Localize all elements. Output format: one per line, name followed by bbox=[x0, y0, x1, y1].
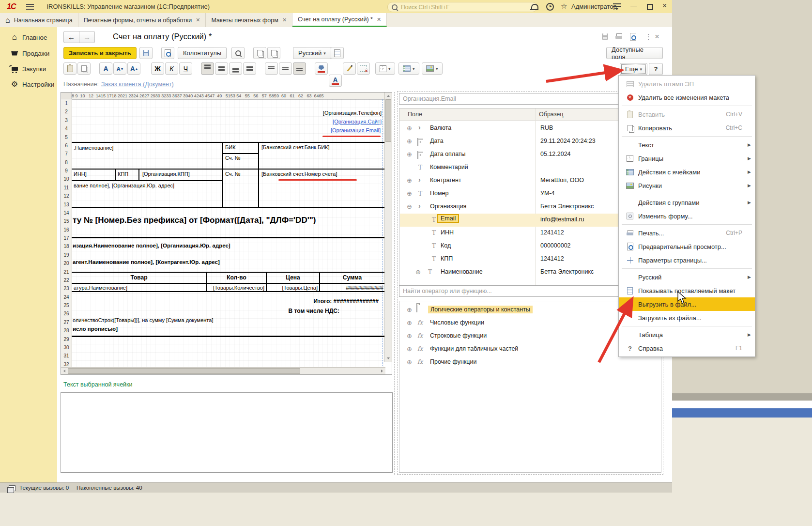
menu-item-text[interactable]: Текст ▶ bbox=[619, 138, 755, 152]
collapse-icon[interactable]: ⊖ bbox=[407, 203, 412, 211]
menu-item-borders[interactable]: Границы ▶ bbox=[619, 152, 755, 165]
expand-icon[interactable]: ⊕ bbox=[407, 358, 412, 366]
save-icon[interactable] bbox=[602, 33, 608, 40]
th-product[interactable]: Товар bbox=[72, 274, 206, 281]
tab-close-icon[interactable]: ✕ bbox=[377, 16, 381, 23]
sheet-cell-account-label1[interactable]: Сч. № bbox=[225, 155, 240, 161]
available-fields-button[interactable]: Доступные поля bbox=[606, 47, 663, 59]
sheet-cell-bank-name[interactable]: .Наименование] bbox=[74, 145, 113, 151]
row-product[interactable]: атура.Наименование] bbox=[74, 285, 127, 291]
sheet-cell-bik-value[interactable]: [Банковский счет.Банк.БИК] bbox=[261, 144, 330, 150]
tab-layouts[interactable]: Макеты печатных форм ✕ bbox=[206, 13, 292, 27]
expand-icon[interactable]: ⊕ bbox=[407, 332, 412, 340]
row-qty[interactable]: [Товары.Количество] bbox=[207, 285, 264, 291]
sheet-cell-email[interactable]: [Организация.Email] bbox=[331, 127, 381, 133]
expand-icon[interactable]: ⊕ bbox=[407, 124, 412, 132]
valign-top-button[interactable] bbox=[265, 62, 278, 75]
horizontal-scrollbar[interactable] bbox=[61, 367, 385, 374]
minimize-button[interactable]: — bbox=[630, 2, 637, 9]
service-menu-icon[interactable] bbox=[613, 3, 621, 7]
menu-item-preview[interactable]: Предварительный просмотр... bbox=[619, 240, 755, 253]
copy-button[interactable] bbox=[77, 62, 91, 75]
menu-item-language[interactable]: Русский ▶ bbox=[619, 270, 755, 284]
copy-format-button[interactable] bbox=[253, 47, 266, 59]
paste-format-button[interactable] bbox=[267, 47, 280, 59]
hscroll-thumb[interactable] bbox=[68, 368, 300, 374]
sheet-cell-phone[interactable]: [Организация.Телефон] bbox=[323, 110, 382, 116]
selected-cell-text-area[interactable] bbox=[61, 392, 393, 473]
font-color-button[interactable]: A bbox=[329, 75, 342, 87]
row-headers[interactable]: 1 2 3 4 5 6 7 8 9 10 11 12 13 14 15 16 1… bbox=[61, 99, 72, 369]
th-sum[interactable]: Сумма bbox=[320, 274, 384, 281]
kebab-menu-icon[interactable]: ⋮ bbox=[645, 32, 652, 41]
tab-invoice-active[interactable]: Счет на оплату (Русский) * ✕ bbox=[292, 13, 387, 27]
justify-button[interactable] bbox=[243, 62, 256, 75]
sheet-cell-org-fullname[interactable]: вание полное], [Организация.Юр. адрес] bbox=[74, 183, 174, 188]
favorites-star-icon[interactable]: ☆ bbox=[561, 2, 567, 11]
save-and-close-button[interactable]: Записать и закрыть bbox=[63, 47, 137, 59]
close-document-icon[interactable]: × bbox=[655, 32, 659, 42]
assignment-link[interactable]: Заказ клиента (Документ) bbox=[101, 81, 174, 88]
menu-item-show-supplied-layout[interactable]: Показывать поставляемый макет bbox=[619, 284, 755, 297]
page-view-button[interactable] bbox=[331, 47, 344, 59]
picture-dropdown[interactable]: ▾ bbox=[422, 62, 443, 75]
italic-button[interactable]: К bbox=[165, 62, 178, 75]
sheet-cell-kpp-value[interactable]: [Организация.КПП] bbox=[142, 171, 190, 177]
vertical-scrollbar[interactable] bbox=[384, 93, 392, 362]
sheet-cell-site[interactable]: [Организация.Сайт] bbox=[333, 119, 382, 124]
sidebar-item-sales[interactable]: Продажи bbox=[0, 47, 57, 60]
font-button[interactable]: А bbox=[99, 62, 112, 75]
tab-home[interactable]: ⌂ Начальная страница bbox=[0, 13, 78, 27]
th-qty[interactable]: Кол-во bbox=[207, 274, 266, 281]
sidebar-item-purchases[interactable]: Закупки bbox=[0, 62, 57, 75]
preview-icon[interactable] bbox=[630, 33, 636, 41]
expand-icon[interactable]: ⊕ bbox=[407, 190, 412, 198]
row-sum[interactable]: ############### bbox=[320, 285, 383, 291]
expand-icon[interactable]: ⊕ bbox=[407, 138, 412, 145]
menu-item-help[interactable]: ? Справка F1 bbox=[619, 341, 755, 355]
align-left-button[interactable] bbox=[201, 62, 214, 75]
cells-dropdown[interactable]: ▾ bbox=[398, 62, 419, 75]
expand-icon[interactable]: ⊕ bbox=[415, 268, 421, 276]
print-icon[interactable] bbox=[615, 33, 622, 40]
menu-item-print[interactable]: Печать... Ctrl+P bbox=[619, 226, 755, 240]
paste-button[interactable] bbox=[63, 62, 77, 75]
notifications-bell-icon[interactable] bbox=[531, 4, 538, 9]
font-smaller-button[interactable]: А▾ bbox=[113, 62, 126, 75]
expand-icon[interactable]: ⊕ bbox=[407, 319, 412, 327]
sheet-cell-total[interactable]: Итого: ############## bbox=[313, 298, 379, 305]
clear-cells-button[interactable] bbox=[357, 62, 370, 75]
sheet-cell-account-label2[interactable]: Сч. № bbox=[225, 171, 240, 177]
fill-color-button[interactable] bbox=[315, 62, 328, 75]
print-preview-button[interactable] bbox=[161, 47, 174, 59]
expand-icon[interactable]: ⊕ bbox=[407, 177, 412, 185]
hamburger-menu-icon[interactable] bbox=[26, 4, 34, 10]
menu-item-load-from-file[interactable]: Загрузить из файла... bbox=[619, 311, 755, 325]
sheet-cell-inn[interactable]: ИНН] bbox=[74, 171, 87, 177]
panel-splitter[interactable] bbox=[394, 92, 395, 475]
sheet-cell-invoice-title[interactable]: ту № [Номер.Без префикса] от [Формат([Да… bbox=[73, 216, 384, 225]
sidebar-item-main[interactable]: ⌂ Главное bbox=[0, 31, 57, 44]
sheet-grid[interactable]: [Организация.Телефон] [Организация.Сайт]… bbox=[72, 99, 384, 369]
menu-item-table[interactable]: Таблица ▶ bbox=[619, 328, 755, 341]
align-center-button[interactable] bbox=[215, 62, 228, 75]
column-sample[interactable]: Образец bbox=[539, 111, 563, 118]
vscroll-thumb[interactable] bbox=[385, 99, 391, 142]
menu-item-export-to-file[interactable]: Выгрузить в файл... bbox=[619, 297, 755, 311]
help-button[interactable]: ? bbox=[649, 63, 663, 75]
bold-button[interactable]: Ж bbox=[151, 62, 164, 75]
sheet-cell-vat[interactable]: В том числе НДС: bbox=[289, 308, 339, 314]
expand-icon[interactable]: ⊕ bbox=[407, 345, 412, 353]
menu-item-group-actions[interactable]: Действия с группами ▶ bbox=[619, 196, 755, 209]
menu-item-page-setup[interactable]: Параметры страницы... bbox=[619, 253, 755, 267]
font-bigger-button[interactable]: А▴ bbox=[127, 62, 140, 75]
sheet-cell-account-value[interactable]: [Банковский счет.Номер счета] bbox=[261, 171, 337, 177]
row-price[interactable]: [Товары.Цена] bbox=[267, 285, 318, 291]
expand-icon[interactable]: ⊕ bbox=[407, 151, 412, 158]
expand-icon[interactable]: ⊕ bbox=[407, 306, 412, 314]
spreadsheet-editor[interactable]: 8 9 10 12 1415 1718 2021 2324 2627 2930 … bbox=[61, 92, 392, 375]
underline-button[interactable]: Ч bbox=[179, 62, 192, 75]
border-color-button[interactable] bbox=[343, 62, 356, 75]
th-price[interactable]: Цена bbox=[267, 274, 319, 281]
column-field[interactable]: Поле bbox=[408, 111, 422, 118]
